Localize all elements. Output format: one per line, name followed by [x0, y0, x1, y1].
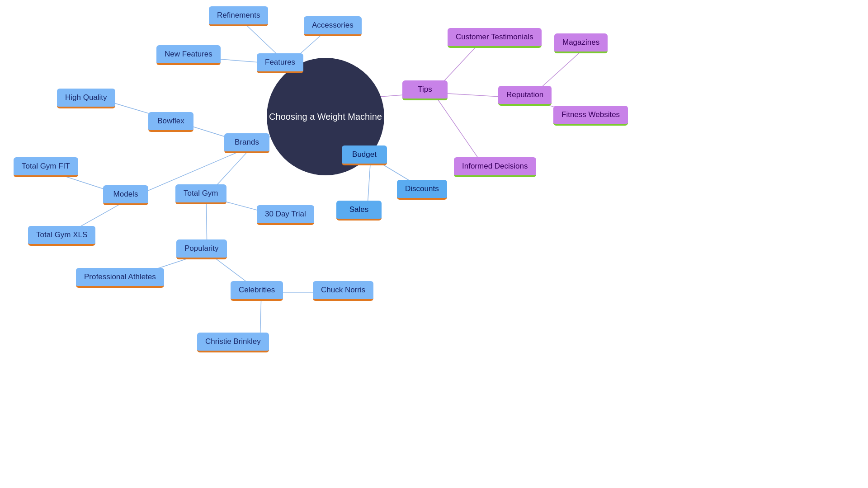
node-bowflex[interactable]: Bowflex	[148, 112, 193, 132]
node-fitness-web[interactable]: Fitness Websites	[553, 106, 628, 126]
node-magazines[interactable]: Magazines	[554, 33, 608, 53]
node-reputation[interactable]: Reputation	[498, 86, 552, 106]
node-high-quality[interactable]: High Quality	[57, 89, 115, 108]
node-professional[interactable]: Professional Athletes	[76, 268, 164, 288]
node-sales[interactable]: Sales	[336, 201, 382, 221]
node-30-day-trial[interactable]: 30 Day Trial	[257, 205, 314, 225]
node-accessories[interactable]: Accessories	[304, 16, 362, 36]
node-customer-test[interactable]: Customer Testimonials	[448, 28, 542, 48]
node-total-gym[interactable]: Total Gym	[175, 184, 226, 204]
node-popularity[interactable]: Popularity	[176, 239, 227, 259]
node-discounts[interactable]: Discounts	[397, 180, 447, 200]
node-brands[interactable]: Brands	[224, 133, 269, 153]
node-celebrities[interactable]: Celebrities	[231, 281, 283, 301]
node-tips[interactable]: Tips	[402, 80, 448, 100]
node-features[interactable]: Features	[257, 53, 303, 73]
node-budget[interactable]: Budget	[342, 145, 387, 165]
node-new-features[interactable]: New Features	[156, 45, 221, 65]
node-informed[interactable]: Informed Decisions	[454, 157, 536, 177]
node-models[interactable]: Models	[103, 185, 148, 205]
node-total-gym-fit[interactable]: Total Gym FIT	[14, 157, 78, 177]
node-christie[interactable]: Christie Brinkley	[197, 333, 269, 352]
node-refinements[interactable]: Refinements	[209, 6, 268, 26]
node-total-gym-xls[interactable]: Total Gym XLS	[28, 226, 95, 246]
node-chuck-norris[interactable]: Chuck Norris	[313, 281, 373, 301]
